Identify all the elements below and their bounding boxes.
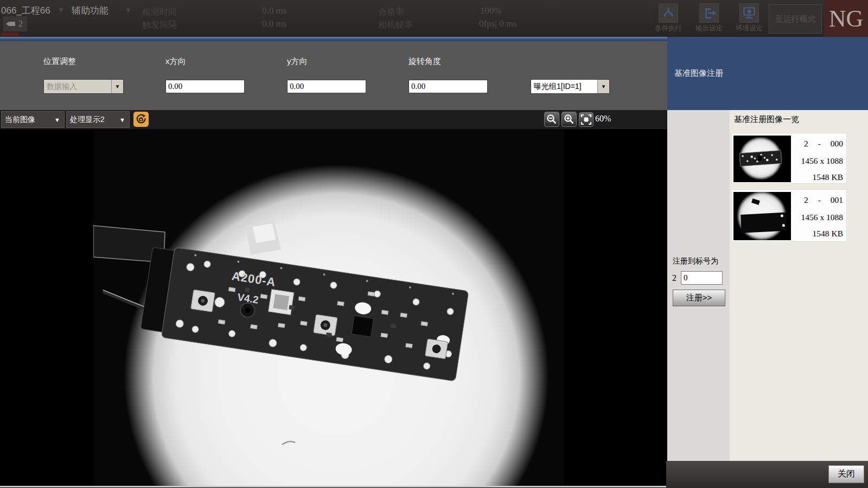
dialog-title: 基准图像注册	[674, 68, 723, 79]
register-target-label: 注册到标号为	[673, 256, 718, 266]
stat-value: 0.0 ms	[262, 18, 286, 29]
stat-label: 相机帧率	[378, 20, 413, 31]
zoom-in-icon	[563, 113, 575, 125]
camera-image: A200-A V4.2	[93, 129, 564, 488]
viewer-toolbar: 当前图像 ▼ 处理显示2 ▼	[0, 110, 667, 129]
condition-execute-button[interactable]: 条件执行	[651, 3, 686, 33]
register-button[interactable]: 注册>>	[673, 290, 725, 306]
camera-view[interactable]: A200-A V4.2	[0, 129, 667, 488]
position-adjust-panel: 位置调整 数据输入 ▼ x方向 y方向 旋转角度 曝光组1[ID=1] ▼	[0, 41, 667, 110]
project-dropdown-icon[interactable]: ▼	[58, 6, 65, 14]
chevron-down-icon: ▼	[54, 117, 64, 123]
stat-value: 0.0 ms	[262, 5, 286, 16]
selected-option: 处理显示2	[67, 115, 119, 125]
register-target-panel: 注册到标号为 2 注册>>	[667, 110, 730, 461]
dialog-footer: 关闭	[666, 461, 868, 488]
chevron-down-icon: ▼	[111, 80, 123, 93]
camera-tab[interactable]: 2	[3, 16, 27, 31]
image-size: 1456 x 1088	[801, 213, 844, 222]
chevron-down-icon: ▼	[597, 80, 609, 93]
x-direction-field[interactable]	[165, 80, 245, 93]
project-name[interactable]: 066_工程66	[1, 4, 50, 17]
target-group-number: 2	[672, 273, 676, 283]
dialog-header: 基准图像注册	[667, 37, 868, 110]
position-mode-select[interactable]: 数据输入 ▼	[43, 79, 124, 94]
zoom-out-button[interactable]	[544, 112, 559, 127]
status-badge: NG	[824, 0, 868, 37]
stat-value: 0fps| 0 ms	[479, 18, 517, 29]
rotation-angle-label: 旋转角度	[409, 56, 441, 67]
display-mode-select[interactable]: 处理显示2 ▼	[66, 111, 130, 128]
x-direction-label: x方向	[165, 56, 186, 67]
stat-value: 100%	[480, 5, 502, 16]
camera-refresh-icon	[135, 113, 147, 125]
zoom-level: 60%	[595, 114, 611, 124]
camera-tab-number: 2	[18, 19, 23, 29]
environment-settings-button[interactable]: 环境设定	[732, 3, 767, 33]
camera-tab-indicator	[1, 33, 18, 36]
monitor-gear-icon	[739, 3, 759, 23]
image-size: 1456 x 1088	[801, 156, 844, 166]
zoom-in-button[interactable]	[561, 112, 577, 127]
flow-branch-icon	[659, 3, 678, 23]
selected-option: 当前图像	[2, 115, 54, 125]
image-filesize: 1548 KB	[813, 229, 843, 239]
y-direction-field[interactable]	[287, 80, 366, 93]
image-filesize: 1548 KB	[813, 172, 843, 182]
tool-label: 条件执行	[651, 24, 686, 33]
thumbnail-image	[733, 192, 791, 240]
image-id: 2 - 000	[804, 139, 843, 149]
close-button[interactable]: 关闭	[828, 465, 864, 483]
output-settings-button[interactable]: 输出设定	[692, 3, 726, 33]
top-bar: 066_工程66 ▼ 辅助功能 ▼ 2 检测时间 0.0 ms 触发间隔 0.0…	[0, 0, 868, 37]
aux-menu[interactable]: 辅助功能	[72, 4, 108, 17]
export-icon	[699, 3, 719, 23]
aux-dropdown-icon[interactable]: ▼	[125, 6, 132, 14]
selected-option: 曝光组1[ID=1]	[531, 82, 597, 92]
list-item[interactable]: 2 - 001 1456 x 1088 1548 KB	[731, 189, 847, 242]
stat-label: 合格率	[378, 7, 404, 18]
y-direction-label: y方向	[287, 56, 308, 67]
registered-image-list: 基准注册图像一览 2 - 000 14	[730, 110, 868, 461]
position-adjust-label: 位置调整	[43, 56, 76, 67]
camera-icon	[5, 20, 16, 28]
list-item[interactable]: 2 - 000 1456 x 1088 1548 KB	[731, 133, 847, 184]
rotation-angle-field[interactable]	[409, 80, 488, 93]
exposure-group-select[interactable]: 曝光组1[ID=1] ▼	[531, 79, 610, 94]
list-title: 基准注册图像一览	[734, 114, 799, 125]
stat-label: 触发间隔	[142, 20, 177, 31]
tool-label: 输出设定	[692, 24, 726, 33]
stat-label: 检测时间	[142, 7, 177, 18]
divider	[0, 486, 666, 487]
zoom-out-icon	[546, 113, 558, 125]
selected-option: 数据输入	[44, 82, 111, 92]
fit-screen-icon	[580, 114, 592, 125]
chevron-down-icon: ▼	[119, 117, 129, 123]
thumbnail-image	[733, 136, 791, 182]
refresh-camera-button[interactable]	[133, 112, 149, 127]
run-mode-button[interactable]: 至运行模式	[769, 4, 822, 34]
image-id: 2 - 001	[804, 195, 843, 205]
target-index-field[interactable]	[681, 271, 723, 285]
tool-label: 环境设定	[732, 24, 767, 33]
fit-to-screen-button[interactable]	[579, 112, 593, 127]
image-source-select[interactable]: 当前图像 ▼	[1, 111, 65, 128]
